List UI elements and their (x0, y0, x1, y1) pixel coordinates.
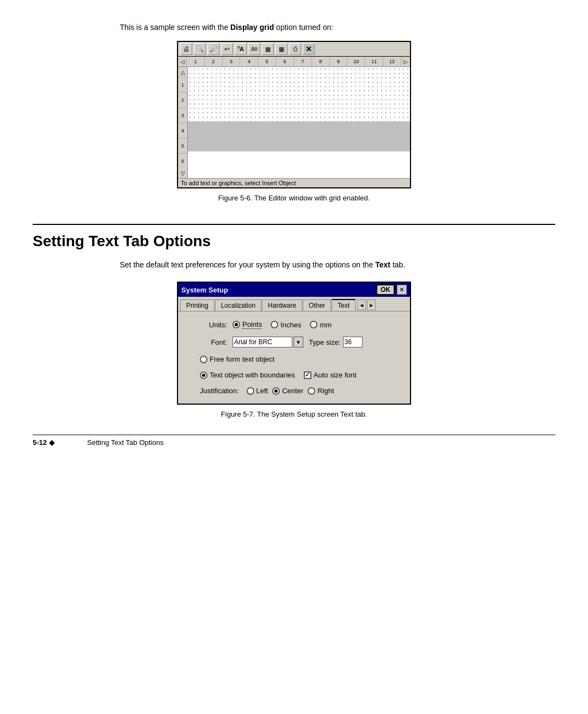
left-ruler-1: 1 (178, 77, 188, 92)
text-boundaries-row: Text object with boundaries ✓ Auto size … (200, 371, 399, 379)
dialog-title-right: OK × (376, 284, 407, 295)
units-radio-group: Points Inches mm (232, 320, 332, 329)
radio-center[interactable]: Center (272, 387, 303, 395)
toolbar-print2-btn[interactable]: ⎙ (289, 43, 301, 55)
gray-area (188, 121, 410, 151)
toolbar-text2-btn[interactable]: AB (248, 43, 260, 55)
type-size-input[interactable] (343, 337, 363, 347)
radio-left-label: Left (256, 387, 268, 395)
left-ruler-top-arrow[interactable]: △ (178, 67, 188, 77)
toolbar-undo-btn[interactable]: ↩ (221, 43, 233, 55)
section-divider (33, 224, 555, 225)
ruler-num-1: 1 (187, 57, 205, 66)
ruler-left-arrow[interactable]: ◁ (178, 57, 187, 66)
auto-size-checkbox-box[interactable]: ✓ (304, 371, 311, 379)
toolbar-grid1-btn[interactable]: ▦ (262, 43, 274, 55)
radio-right-circle[interactable] (308, 387, 315, 395)
left-ruler-6: 6 (178, 153, 188, 168)
radio-points-label: Points (242, 320, 262, 329)
editor-window: 🖨 🔍 🔎 ↩ ᵀA AB ▦ ▦ ⎙ ✕ ◁ 1 2 3 4 5 6 7 8 … (177, 41, 411, 188)
justification-label: Justification: (200, 387, 239, 395)
intro-paragraph: This is a sample screen with the Display… (120, 22, 555, 33)
intro-bold: Display grid (230, 23, 274, 32)
radio-points-circle[interactable] (232, 321, 240, 328)
toolbar-close-btn[interactable]: ✕ (303, 43, 315, 55)
left-ruler-bot-arrow[interactable]: ▽ (178, 168, 188, 178)
tab-scroll-right-btn[interactable]: ► (367, 300, 376, 310)
ruler-num-10: 10 (347, 57, 365, 66)
editor-canvas (188, 67, 410, 178)
tab-text[interactable]: Text (332, 299, 356, 311)
radio-mm-label: mm (320, 321, 332, 329)
editor-ruler: ◁ 1 2 3 4 5 6 7 8 9 10 11 12 ▷ (178, 57, 410, 67)
tab-localization[interactable]: Localization (215, 300, 261, 311)
tab-hardware[interactable]: Hardware (262, 300, 302, 311)
toolbar-text-btn[interactable]: ᵀA (235, 43, 247, 55)
dialog-title-bar: System Setup OK × (178, 283, 410, 297)
radio-free-form-circle[interactable] (200, 356, 207, 363)
auto-size-label: Auto size font (314, 371, 357, 379)
body-text-after: tab. (390, 260, 405, 269)
editor-window-container: 🖨 🔍 🔎 ↩ ᵀA AB ▦ ▦ ⎙ ✕ ◁ 1 2 3 4 5 6 7 8 … (33, 41, 555, 188)
body-text-before: Set the default text preferences for you… (120, 260, 375, 269)
radio-center-circle[interactable] (272, 387, 280, 395)
dialog-tabs: Printing Localization Hardware Other Tex… (178, 297, 410, 312)
ruler-numbers: 1 2 3 4 5 6 7 8 9 10 11 12 (187, 57, 401, 66)
tab-other[interactable]: Other (303, 300, 331, 311)
toolbar-print-btn[interactable]: 🖨 (180, 43, 192, 55)
auto-size-checkbox[interactable]: ✓ Auto size font (304, 371, 357, 379)
units-row: Units: Points Inches mm (189, 320, 399, 329)
left-ruler-4: 4 (178, 123, 188, 138)
radio-text-boundaries[interactable]: Text object with boundaries (200, 371, 295, 379)
radio-right[interactable]: Right (308, 387, 334, 395)
intro-text-before: This is a sample screen with the (120, 23, 230, 32)
ruler-num-12: 12 (383, 57, 401, 66)
section-title: Setting Text Tab Options (33, 233, 555, 250)
font-label: Font: (189, 338, 227, 346)
section-body: Set the default text preferences for you… (120, 259, 555, 271)
radio-right-label: Right (317, 387, 334, 395)
tab-printing[interactable]: Printing (180, 300, 215, 311)
radio-left-circle[interactable] (247, 387, 254, 395)
radio-text-boundaries-circle[interactable] (200, 371, 207, 379)
ruler-num-11: 11 (365, 57, 383, 66)
intro-text-after: option turned on: (274, 23, 333, 32)
close-button[interactable]: × (397, 285, 407, 295)
system-setup-dialog: System Setup OK × Printing Localization … (177, 282, 411, 405)
ok-button[interactable]: OK (376, 284, 395, 295)
font-input[interactable] (232, 337, 292, 347)
editor-toolbar: 🖨 🔍 🔎 ↩ ᵀA AB ▦ ▦ ⎙ ✕ (178, 42, 410, 57)
ruler-num-5: 5 (258, 57, 276, 66)
dialog-title: System Setup (181, 286, 228, 294)
ruler-num-9: 9 (330, 57, 348, 66)
toolbar-grid2-btn[interactable]: ▦ (275, 43, 287, 55)
page-footer: 5-12 ◆ Setting Text Tab Options (33, 435, 555, 447)
left-ruler: △ 1 2 3 4 5 6 ▽ (178, 67, 188, 178)
radio-mm-circle[interactable] (310, 321, 317, 328)
tab-scroll-left-btn[interactable]: ◄ (357, 300, 366, 310)
radio-inches[interactable]: Inches (271, 321, 301, 329)
toolbar-zoom-in-btn[interactable]: 🔍 (194, 43, 206, 55)
radio-inches-circle[interactable] (271, 321, 278, 328)
left-ruler-5: 5 (178, 138, 188, 153)
font-dropdown-btn[interactable]: ▼ (293, 337, 303, 347)
type-size-label: Type size: (309, 338, 341, 346)
free-form-label: Free form text object (210, 355, 274, 363)
ruler-right-arrow[interactable]: ▷ (401, 57, 410, 66)
footer-section-title: Setting Text Tab Options (87, 438, 163, 447)
radio-points[interactable]: Points (232, 320, 262, 329)
text-boundaries-label: Text object with boundaries (210, 371, 295, 379)
radio-left[interactable]: Left (247, 387, 268, 395)
radio-mm[interactable]: mm (310, 321, 332, 329)
font-row: Font: ▼ Type size: (189, 337, 399, 347)
dot-grid-area (188, 67, 410, 121)
radio-free-form[interactable]: Free form text object (200, 355, 274, 363)
toolbar-zoom-out-btn[interactable]: 🔎 (207, 43, 219, 55)
radio-inches-label: Inches (280, 321, 301, 329)
radio-text-boundaries-dot (202, 374, 205, 377)
ruler-num-8: 8 (312, 57, 330, 66)
justification-row: Justification: Left Center Right (200, 387, 399, 395)
units-label: Units: (189, 321, 227, 329)
ruler-num-4: 4 (240, 57, 258, 66)
editor-body: △ 1 2 3 4 5 6 ▽ (178, 67, 410, 178)
